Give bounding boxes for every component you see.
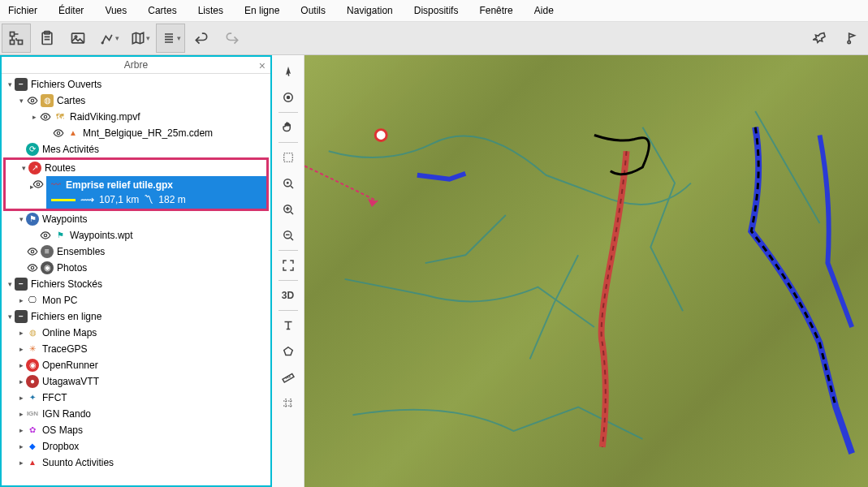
pan-tool[interactable] [275,114,301,140]
main-toolbar: ▾ ▾ ▾ [0,22,868,55]
tree-label: Fichiers en ligne [31,309,267,324]
disclosure-icon[interactable]: ▸ [6,176,32,209]
text-tool[interactable] [275,312,301,338]
tree-open-files[interactable]: ▾ − Fichiers Ouverts [2,76,270,93]
menu-vues[interactable]: Vues [101,3,130,18]
tree-selected-route[interactable]: ▸ 〰 Emprise relief utile.gpx ⟿ 107,1 km … [6,176,266,209]
selected-route-name: Emprise relief utile.gpx [66,178,173,192]
disclosure-icon[interactable]: ▸ [16,325,26,340]
flag-button[interactable] [837,24,866,53]
disclosure-icon[interactable]: ▸ [16,455,26,470]
zoom-out-tool[interactable] [275,222,301,248]
tree-onlinemaps[interactable]: ▸◍Online Maps [2,325,270,341]
eye-icon[interactable] [26,261,39,274]
tree-ffct[interactable]: ▸✦FFCT [2,390,270,406]
menu-enligne[interactable]: En ligne [241,3,283,18]
tree-label: TraceGPS [42,342,267,356]
disclosure-icon[interactable]: ▸ [16,423,26,437]
tree-waypoints[interactable]: ▾ ⚑ Waypoints [2,211,270,227]
eye-icon[interactable] [52,127,65,140]
menu-cartes[interactable]: Cartes [145,3,179,18]
tree-utagawa[interactable]: ▸●UtagawaVTT [2,373,270,390]
tree-raidviking[interactable]: ▸ 🗺 RaidViking.mpvf [2,109,270,125]
dropbox-icon: ◆ [26,440,39,453]
track-icon: 〰 [51,178,61,192]
tree-cartes[interactable]: ▾ ◍ Cartes [2,93,270,109]
map-canvas[interactable] [304,55,868,487]
cursor-tool[interactable] [275,58,301,84]
zoom-window-tool[interactable] [275,144,301,170]
disclosure-icon[interactable]: ▸ [16,293,26,308]
disclosure-icon[interactable]: ▸ [16,407,26,421]
menu-fichier[interactable]: Fichier [5,3,41,18]
eye-icon[interactable] [32,176,45,189]
map-tool-palette: 3D [272,55,304,487]
zoom-target-tool[interactable] [275,170,301,196]
disclosure-icon[interactable]: ▾ [16,212,26,226]
svg-point-15 [31,266,34,269]
menu-dispositifs[interactable]: Dispositifs [411,3,462,18]
menu-navigation[interactable]: Navigation [343,3,396,18]
disclosure-icon[interactable]: ▾ [5,77,15,92]
zoom-in-tool[interactable] [275,196,301,222]
disclosure-icon[interactable]: ▸ [29,110,39,124]
3d-tool[interactable]: 3D [275,282,301,308]
tree-dropbox[interactable]: ▸◆Dropbox [2,438,270,455]
route-button[interactable]: ▾ [94,24,123,53]
svg-rect-0 [11,32,15,37]
eye-icon[interactable] [39,110,52,123]
waypoint-icon: ⚑ [26,213,39,226]
tree-osmaps[interactable]: ▸✿OS Maps [2,422,270,438]
redo-button[interactable] [218,24,247,53]
disclosure-icon[interactable]: ▾ [16,93,26,108]
tree-ensembles[interactable]: ≡ Ensembles [2,244,270,260]
undo-button[interactable] [187,24,216,53]
svg-point-11 [57,131,60,135]
eye-icon[interactable] [26,245,39,258]
eye-icon[interactable] [39,229,52,242]
tree-label: Online Maps [42,325,267,340]
menu-listes[interactable]: Listes [195,3,227,18]
svg-point-13 [44,234,47,237]
disclosure-icon[interactable]: ▾ [19,161,28,175]
image-button[interactable] [63,24,93,53]
tree-activities[interactable]: ⟳ Mes Activités [2,141,270,157]
zoom-extent-tool[interactable] [275,252,301,278]
tree-label: RaidViking.mpvf [70,110,267,124]
tree-openrunner[interactable]: ▸◉OpenRunner [2,357,270,373]
disclosure-icon[interactable]: ▸ [16,439,26,454]
tree-suunto[interactable]: ▸▲Suunto Activities [2,455,270,471]
disclosure-icon[interactable]: ▸ [16,342,26,356]
disclosure-icon[interactable]: ▸ [16,390,26,405]
disclosure-icon[interactable]: ▸ [16,358,26,373]
tree-online-files[interactable]: ▾ − Fichiers en ligne [2,308,270,325]
close-icon[interactable]: × [259,59,266,72]
svg-point-8 [848,41,850,43]
measure-tool[interactable] [275,364,301,390]
disclosure-icon[interactable]: ▾ [5,277,15,291]
tree-view-button[interactable] [2,24,31,53]
disclosure-icon[interactable]: ▾ [5,309,15,324]
tree-stored-files[interactable]: ▾ − Fichiers Stockés [2,276,270,292]
clipboard-button[interactable] [32,24,62,53]
shape-tool[interactable] [275,338,301,364]
list-button[interactable]: ▾ [156,24,185,53]
menu-editer[interactable]: Éditer [55,3,87,18]
grid-tool[interactable] [275,390,301,416]
menu-fenetre[interactable]: Fenêtre [476,3,516,18]
tree-monpc[interactable]: ▸ 🖵 Mon PC [2,292,270,308]
tree-tracegps[interactable]: ▸✳TraceGPS [2,341,270,357]
tree-mnt[interactable]: ▲ Mnt_Belgique_HR_25m.cdem [2,125,270,141]
menu-outils[interactable]: Outils [297,3,329,18]
camera-icon: ◉ [41,261,54,274]
map-button[interactable]: ▾ [125,24,154,53]
pin-button[interactable] [806,24,836,53]
menu-aide[interactable]: Aide [531,3,557,18]
tree-routes[interactable]: ▾ ↗ Routes [6,160,266,176]
tree-wpt-file[interactable]: ⚑ Waypoints.wpt [2,227,270,244]
disclosure-icon[interactable]: ▸ [16,374,26,389]
locate-tool[interactable] [275,84,301,110]
eye-icon[interactable] [26,94,39,107]
tree-photos[interactable]: ◉ Photos [2,260,270,276]
tree-ign[interactable]: ▸IGNIGN Rando [2,406,270,422]
